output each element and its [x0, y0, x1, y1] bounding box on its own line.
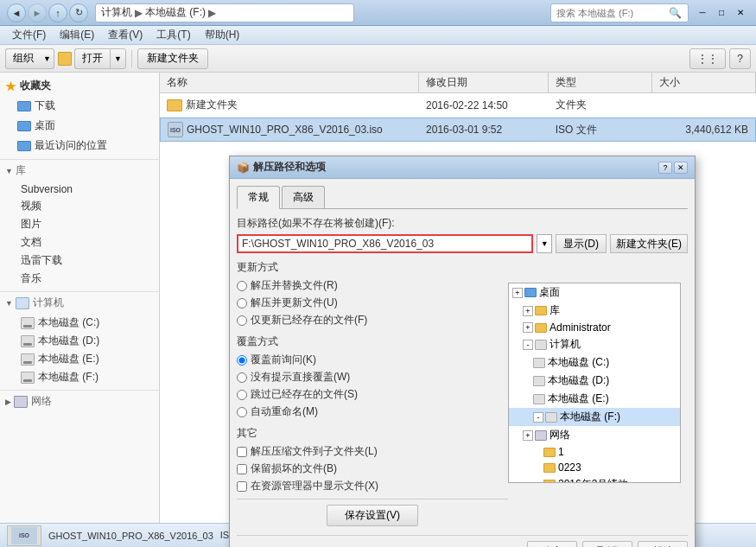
tree-expand-desktop[interactable]: + [512, 288, 523, 298]
tree-expand-admin[interactable]: + [523, 322, 533, 333]
close-button[interactable]: ✕ [732, 6, 749, 20]
dialog-help-button[interactable]: 帮助 [638, 541, 688, 547]
sidebar-item-thunder[interactable]: 迅雷下载 [0, 251, 159, 270]
other-check-2[interactable] [237, 481, 247, 492]
tab-general[interactable]: 常规 [237, 186, 280, 209]
up-button[interactable]: ↑ [48, 3, 67, 22]
tree-item-drive-e[interactable]: 本地磁盘 (E:) [509, 390, 680, 408]
overwrite-radio-0[interactable] [237, 355, 247, 366]
tree-item-1[interactable]: 1 [509, 444, 680, 460]
overwrite-radio-1[interactable] [237, 372, 247, 383]
tree-expand-drive-f[interactable]: - [533, 412, 543, 423]
other-check-0[interactable] [237, 447, 247, 457]
overwrite-radio-3[interactable] [237, 407, 247, 417]
computer-expand[interactable]: ▼ [5, 299, 13, 308]
search-icon[interactable]: 🔍 [669, 7, 682, 19]
organize-dropdown[interactable]: ▼ [41, 48, 54, 69]
menu-view[interactable]: 查看(V) [101, 26, 149, 44]
save-settings-button[interactable]: 保存设置(V) [327, 505, 418, 526]
new-folder-button[interactable]: 新建文件夹 [137, 48, 208, 69]
sidebar-item-desktop[interactable]: 桌面 [0, 116, 159, 136]
tree-folder-1 [543, 448, 556, 457]
network-icon [14, 396, 28, 408]
col-header-type[interactable]: 类型 [549, 73, 652, 92]
minimize-button[interactable]: ─ [694, 6, 711, 20]
drive-e-icon [21, 353, 35, 366]
open-dropdown[interactable]: ▼ [110, 48, 126, 69]
path-dropdown[interactable]: ▼ [537, 234, 552, 253]
refresh-button[interactable]: ↻ [69, 3, 88, 22]
update-radio-2[interactable] [237, 315, 247, 326]
sidebar-item-drive-c[interactable]: 本地磁盘 (C:) [0, 314, 159, 332]
breadcrumb-computer[interactable]: 计算机 [101, 5, 132, 20]
sidebar-item-documents[interactable]: 文档 [0, 233, 159, 251]
other-check-1[interactable] [237, 464, 247, 474]
folder-icon-0 [167, 99, 182, 111]
breadcrumb-drive[interactable]: 本地磁盘 (F:) [145, 5, 206, 20]
sidebar-item-music[interactable]: 音乐 [0, 270, 159, 288]
update-radio-1[interactable] [237, 298, 247, 308]
breadcrumb[interactable]: 计算机 ▶ 本地磁盘 (F:) ▶ [95, 3, 354, 22]
menu-help[interactable]: 帮助(H) [198, 26, 247, 44]
network-expand[interactable]: ▶ [5, 398, 11, 406]
other-option-1: 保留损坏的文件(B) [237, 461, 508, 476]
sidebar-item-drive-d[interactable]: 本地磁盘 (D:) [0, 332, 159, 350]
tree-item-admin[interactable]: + Administrator [509, 320, 680, 335]
desktop-folder-icon [17, 121, 31, 131]
favorites-header[interactable]: ★ 收藏夹 [0, 76, 159, 96]
forward-button[interactable]: ► [28, 3, 47, 22]
newdir-button[interactable]: 新建文件夹(E) [610, 234, 688, 253]
overwrite-section: 覆盖方式 覆盖前询问(K) 没有提示直接覆盖(W) 跳过已经存在的文件(S) [237, 334, 508, 419]
sidebar-item-recent[interactable]: 最近访问的位置 [0, 136, 159, 156]
sidebar-item-download[interactable]: 下载 [0, 96, 159, 116]
tree-item-2016-perf[interactable]: 2016年3月绩效 [509, 475, 680, 483]
sidebar-item-video[interactable]: 视频 [0, 197, 159, 215]
library-expand[interactable]: ▼ [5, 167, 13, 175]
sidebar-item-drive-e[interactable]: 本地磁盘 (E:) [0, 350, 159, 368]
back-button[interactable]: ◄ [7, 3, 26, 22]
tree-expand-network[interactable]: + [523, 430, 533, 441]
tree-item-computer[interactable]: - 计算机 [509, 335, 680, 353]
tree-item-library[interactable]: + 库 [509, 302, 680, 320]
path-input[interactable] [237, 234, 533, 253]
organize-button[interactable]: 组织 [5, 48, 41, 69]
maximize-button[interactable]: □ [713, 6, 730, 20]
tree-label-drive-c: 本地磁盘 (C:) [548, 355, 609, 370]
ok-button[interactable]: 确定 [527, 541, 577, 547]
col-header-name[interactable]: 名称 [160, 73, 419, 92]
overwrite-radio-2[interactable] [237, 390, 247, 400]
dialog-close-button[interactable]: ✕ [674, 162, 688, 174]
menu-file[interactable]: 文件(F) [5, 26, 53, 44]
tree-expand-library[interactable]: + [523, 306, 533, 316]
menu-edit[interactable]: 编辑(E) [53, 26, 101, 44]
view-options-button[interactable]: ⋮⋮ [689, 48, 726, 69]
col-header-size[interactable]: 大小 [652, 73, 756, 92]
tab-advanced[interactable]: 高级 [282, 186, 325, 208]
titlebar-right: 🔍 ─ □ ✕ [550, 3, 749, 22]
show-button[interactable]: 显示(D) [556, 234, 607, 253]
update-radio-0[interactable] [237, 281, 247, 291]
col-header-date[interactable]: 修改日期 [419, 73, 549, 92]
dialog-question-button[interactable]: ? [658, 162, 672, 174]
sidebar-item-pictures[interactable]: 图片 [0, 215, 159, 233]
tree-item-desktop[interactable]: + 桌面 [509, 283, 680, 302]
sidebar-item-subversion[interactable]: Subversion [0, 181, 159, 197]
tree-expand-computer[interactable]: - [523, 340, 533, 350]
table-row[interactable]: ISO GHOST_WIN10_PRO_X86_V2016_03.iso 201… [160, 118, 756, 142]
sidebar-thunder-label: 迅雷下载 [21, 253, 62, 268]
tree-item-drive-d[interactable]: 本地磁盘 (D:) [509, 372, 680, 390]
menu-tools[interactable]: 工具(T) [149, 26, 197, 44]
tree-item-drive-f[interactable]: - 本地磁盘 (F:) [509, 408, 680, 426]
tree-item-drive-c[interactable]: 本地磁盘 (C:) [509, 353, 680, 372]
overwrite-option-2: 跳过已经存在的文件(S) [237, 387, 508, 402]
tree-item-0223[interactable]: 0223 [509, 460, 680, 475]
cancel-button[interactable]: 取消 [582, 541, 632, 547]
help-button[interactable]: ? [729, 48, 751, 69]
search-box[interactable]: 🔍 [550, 3, 689, 22]
tree-item-network[interactable]: + 网络 [509, 426, 680, 444]
search-input[interactable] [556, 8, 669, 18]
sidebar-item-drive-f[interactable]: 本地磁盘 (F:) [0, 368, 159, 386]
table-row[interactable]: 新建文件夹 2016-02-22 14:50 文件夹 [160, 93, 756, 118]
download-folder-icon [17, 101, 31, 111]
open-button[interactable]: 打开 [74, 48, 110, 69]
